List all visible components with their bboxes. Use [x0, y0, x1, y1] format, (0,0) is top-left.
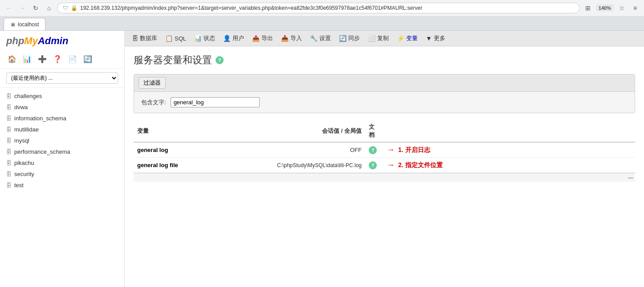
tab-bar: 🖥 localhost [0, 16, 644, 30]
databases-icon: 🗄 [132, 35, 138, 42]
annotation-cell-2: → 2. 指定文件位置 [383, 158, 635, 173]
logo-admin: Admin [38, 35, 68, 46]
filter-field-label: 包含文字: [141, 98, 166, 107]
security-icon: 🛡 [63, 5, 68, 11]
recent-tables-select[interactable]: (最近使用的表) ... [6, 72, 118, 84]
table-row: general log OFF ? → 1. 开启日志 [134, 142, 635, 158]
forward-button[interactable]: → [17, 3, 28, 13]
nav-sql-btn[interactable]: 📋 SQL [162, 33, 190, 44]
db-icon: 🗄 [6, 138, 12, 144]
db-item-dvwa[interactable]: 🗄 dvwa [0, 102, 124, 113]
menu-button[interactable]: ≡ [630, 3, 640, 13]
url-text: 192.168.239.132/phpmyadmin/index.php?ser… [80, 5, 574, 11]
nav-variables-label: 变量 [406, 34, 418, 42]
db-icon: 🗄 [6, 127, 12, 133]
nav-variables-btn[interactable]: ⚡ 变量 [393, 33, 421, 44]
filter-box-header: 过滤器 [134, 74, 635, 92]
var-doc-general-log-file: ? [365, 158, 383, 173]
home-button[interactable]: ⌂ [44, 3, 54, 13]
db-name: mysql [14, 137, 29, 144]
nav-users-label: 用户 [232, 34, 244, 42]
help-icon-btn[interactable]: ❓ [52, 53, 63, 65]
db-item-security[interactable]: 🗄 security [0, 168, 124, 180]
logo-php: php [6, 35, 24, 46]
import-icon: 📥 [281, 35, 289, 42]
db-icon: 🗄 [6, 104, 12, 111]
replicate-icon: ⬜ [368, 35, 375, 42]
nav-replicate-label: 复制 [377, 34, 389, 42]
db-item-challenges[interactable]: 🗄 challenges [0, 90, 124, 102]
nav-sync-btn[interactable]: 🔄 同步 [335, 33, 363, 44]
sidebar: phpMyAdmin 🏠 📊 ➕ ❓ 📄 🔄 (最近使用的表) ... 🗄 ch… [0, 31, 125, 287]
sidebar-select-wrap: (最近使用的表) ... [0, 69, 124, 88]
db-name: pikachu [14, 160, 34, 166]
table-header-row: 变量 会话值 / 全局值 文档 [134, 120, 635, 142]
qr-button[interactable]: ⊞ [583, 3, 593, 13]
var-name-general-log-file: general log file [134, 158, 232, 173]
filter-button[interactable]: 过滤器 [139, 77, 166, 89]
doc-help-icon[interactable]: ? [369, 146, 377, 154]
add-icon-btn[interactable]: ➕ [37, 53, 48, 65]
nav-databases-label: 数据库 [140, 34, 157, 42]
minimize-panel-btn[interactable]: — [628, 175, 633, 181]
more-icon: ▼ [426, 35, 432, 42]
annotation-cell-1: → 1. 开启日志 [383, 142, 635, 158]
db-item-mysql[interactable]: 🗄 mysql [0, 135, 124, 146]
db-name: mutillidae [14, 126, 39, 133]
nav-export-btn[interactable]: 📤 导出 [249, 33, 277, 44]
top-nav-toolbar: 🗄 数据库 📋 SQL 📊 状态 👤 用户 📤 导出 📥 导入 [125, 31, 644, 46]
nav-databases-btn[interactable]: 🗄 数据库 [128, 33, 161, 44]
table-icon-btn[interactable]: 📊 [21, 53, 33, 65]
browser-chrome: ← → ↻ ⌂ 🛡 🔒 192.168.239.132/phpmyadmin/i… [0, 0, 644, 31]
col-header-docs: 文档 [365, 120, 383, 142]
nav-status-label: 状态 [204, 34, 215, 42]
star-button[interactable]: ☆ [616, 3, 627, 13]
help-icon[interactable]: ? [216, 56, 224, 64]
db-name: test [14, 182, 24, 189]
address-bar: 🛡 🔒 192.168.239.132/phpmyadmin/index.php… [57, 3, 580, 13]
nav-settings-label: 设置 [319, 34, 331, 42]
sidebar-icons: 🏠 📊 ➕ ❓ 📄 🔄 [0, 51, 124, 69]
nav-replicate-btn[interactable]: ⬜ 复制 [364, 33, 392, 44]
active-tab[interactable]: 🖥 localhost [4, 18, 45, 30]
db-name: information_schema [14, 115, 66, 122]
refresh-icon-btn[interactable]: 🔄 [82, 53, 94, 65]
status-icon: 📊 [194, 35, 202, 42]
filter-input[interactable] [171, 97, 260, 107]
arrow-icon-1: → [387, 145, 395, 155]
sync-icon: 🔄 [339, 35, 346, 42]
db-item-information-schema[interactable]: 🗄 information_schema [0, 113, 124, 124]
db-icon: 🗄 [6, 171, 12, 177]
sql-icon: 📋 [165, 35, 173, 42]
app-container: phpMyAdmin 🏠 📊 ➕ ❓ 📄 🔄 (最近使用的表) ... 🗄 ch… [0, 31, 644, 287]
back-button[interactable]: ← [4, 3, 14, 13]
nav-import-btn[interactable]: 📥 导入 [277, 33, 306, 44]
reload-button[interactable]: ↻ [30, 3, 41, 13]
nav-import-label: 导入 [290, 34, 302, 42]
page-title: 服务器变量和设置 ? [134, 53, 635, 67]
db-item-mutillidae[interactable]: 🗄 mutillidae [0, 124, 124, 135]
db-name: dvwa [14, 104, 28, 111]
col-header-annotation [383, 120, 635, 142]
database-list: 🗄 challenges 🗄 dvwa 🗄 information_schema… [0, 88, 124, 193]
nav-status-btn[interactable]: 📊 状态 [191, 33, 219, 44]
db-item-performance-schema[interactable]: 🗄 performance_schema [0, 146, 124, 157]
page-content: 服务器变量和设置 ? 过滤器 包含文字: 变量 会话值 / 全局值 [125, 46, 644, 287]
browser-toolbar: ← → ↻ ⌂ 🛡 🔒 192.168.239.132/phpmyadmin/i… [0, 0, 644, 16]
home-sidebar-btn[interactable]: 🏠 [6, 53, 18, 65]
db-item-pikachu[interactable]: 🗄 pikachu [0, 157, 124, 168]
nav-more-btn[interactable]: ▼ 更多 [422, 33, 449, 44]
db-name: performance_schema [14, 148, 70, 155]
nav-users-btn[interactable]: 👤 用户 [220, 33, 248, 44]
doc-help-icon-2[interactable]: ? [369, 161, 377, 169]
arrow-icon-2: → [387, 160, 395, 170]
var-name-general-log: general log [134, 142, 232, 158]
variables-icon: ⚡ [397, 35, 404, 42]
nav-settings-btn[interactable]: 🔧 设置 [306, 33, 334, 44]
col-header-variable: 变量 [134, 120, 232, 142]
copy-icon-btn[interactable]: 📄 [67, 53, 78, 65]
settings-icon: 🔧 [310, 35, 318, 42]
nav-more-label: 更多 [434, 34, 445, 42]
db-item-test[interactable]: 🗄 test [0, 180, 124, 191]
bottom-bar: — [134, 173, 635, 182]
